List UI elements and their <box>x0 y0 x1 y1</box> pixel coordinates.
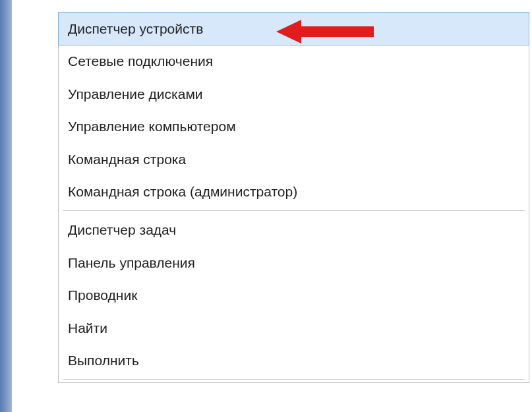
menu-item-disk-management[interactable]: Управление дисками <box>59 78 529 110</box>
menu-item-command-prompt[interactable]: Командная строка <box>59 143 529 175</box>
menu-item-network-connections[interactable]: Сетевые подключения <box>59 45 529 77</box>
menu-separator <box>63 379 525 380</box>
menu-item-device-manager[interactable]: Диспетчер устройств <box>58 12 529 45</box>
menu-item-run[interactable]: Выполнить <box>59 344 529 376</box>
menu-item-find[interactable]: Найти <box>59 312 529 344</box>
menu-item-explorer[interactable]: Проводник <box>59 279 529 311</box>
menu-item-task-manager[interactable]: Диспетчер задач <box>59 214 529 246</box>
menu-item-control-panel[interactable]: Панель управления <box>59 247 529 279</box>
context-menu: Диспетчер устройств Сетевые подключения … <box>58 12 529 383</box>
left-accent-strip <box>0 0 12 412</box>
menu-item-computer-management[interactable]: Управление компьютером <box>59 110 529 142</box>
menu-separator <box>63 210 525 211</box>
menu-item-command-prompt-admin[interactable]: Командная строка (администратор) <box>59 175 529 208</box>
